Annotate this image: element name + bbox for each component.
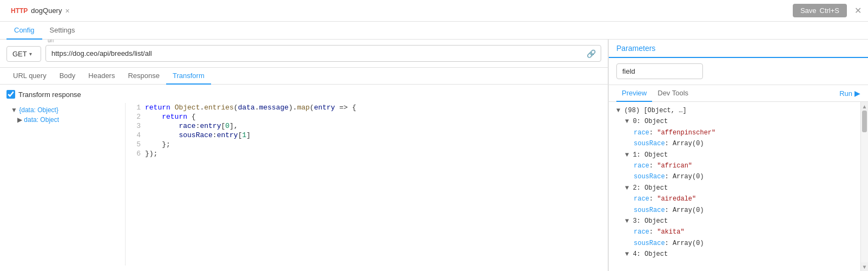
main-layout: GET ▾ url 🔗 URL query Body Headers Respo…: [0, 40, 868, 271]
scroll-up-button[interactable]: ▲: [861, 102, 868, 111]
jt-key-race-1: race: [634, 162, 649, 170]
tree-expand-root[interactable]: ▼: [11, 106, 17, 114]
line-content-4[interactable]: sousRace:entry[1]: [145, 131, 601, 140]
jt-val-race-1: "african": [657, 162, 692, 170]
jt-item-3[interactable]: ▼ 3: Object: [616, 216, 853, 227]
field-input[interactable]: [616, 63, 703, 79]
jt-item3-expand[interactable]: ▼: [625, 217, 629, 225]
json-tree: ▼ (98) [Object, …] ▼ 0: Object race: "af…: [609, 102, 860, 271]
jt-key-race-3: race: [634, 228, 649, 236]
transform-area: Transform response ▼ {data: Object} ▶ da…: [0, 85, 608, 271]
jt-key-sousrace-1: sousRace: [634, 173, 665, 180]
jt-item-1[interactable]: ▼ 1: Object: [616, 150, 853, 160]
right-panel-header: Parameters: [609, 40, 868, 58]
line-num-3: 3: [126, 121, 145, 131]
tab-label: dogQuery: [31, 7, 62, 15]
jt-root-expand[interactable]: ▼: [616, 107, 620, 114]
jt-val-race-3: "akita": [657, 228, 684, 236]
jt-val-sousrace-1: Array(0): [673, 173, 704, 180]
right-panel: Parameters Preview Dev Tools Run ▶ ▼ (98…: [608, 40, 868, 271]
top-bar: HTTP dogQuery × Save Ctrl+S ✕: [0, 0, 868, 22]
save-button[interactable]: Save Ctrl+S: [793, 4, 847, 17]
transform-check[interactable]: Transform response: [6, 90, 601, 99]
right-scrollbar[interactable]: ▲ ▼: [860, 102, 868, 271]
tab-body[interactable]: Body: [53, 68, 82, 85]
json-output-area: ▼ (98) [Object, …] ▼ 0: Object race: "af…: [609, 102, 868, 271]
transform-label: Transform response: [18, 91, 81, 99]
line-content-2[interactable]: return {: [145, 112, 601, 121]
save-shortcut: Ctrl+S: [820, 7, 839, 15]
window-close-button[interactable]: ✕: [854, 5, 862, 16]
jt-colon-0: :: [649, 129, 657, 137]
method-arrow: ▾: [29, 51, 32, 57]
tree-root[interactable]: ▼ {data: Object}: [6, 105, 125, 115]
query-tab[interactable]: HTTP dogQuery ×: [6, 4, 74, 17]
method-label: GET: [12, 50, 27, 58]
tab-url-query[interactable]: URL query: [6, 68, 53, 85]
save-label: Save: [800, 7, 817, 15]
code-line-1: 1 return Object.entries(data.message).ma…: [126, 103, 601, 112]
jt-item1-race: race: "african": [616, 160, 853, 171]
jt-item0-expand[interactable]: ▼: [625, 118, 629, 125]
method-select[interactable]: GET ▾: [6, 46, 41, 62]
run-button[interactable]: Run ▶: [839, 89, 860, 98]
jt-item-4[interactable]: ▼ 4: Object: [616, 249, 853, 260]
tab-devtools[interactable]: Dev Tools: [652, 85, 694, 102]
parameters-title: Parameters: [616, 44, 655, 53]
tab-preview[interactable]: Preview: [616, 85, 652, 102]
scroll-thumb[interactable]: [862, 111, 867, 132]
line-num-5: 5: [126, 140, 145, 149]
url-input[interactable]: [45, 45, 601, 62]
jt-val-sousrace-0: Array(0): [673, 140, 704, 147]
topbar-actions: Save Ctrl+S ✕: [793, 4, 862, 17]
jt-item3-label: 3: Object: [633, 217, 668, 225]
link-icon: 🔗: [587, 49, 596, 58]
tree-expand-data[interactable]: ▶: [17, 116, 22, 124]
jt-item0-label: 0: Object: [633, 118, 668, 125]
jt-item2-expand[interactable]: ▼: [625, 184, 629, 192]
code-line-6: 6 });: [126, 149, 601, 158]
code-line-4: 4 sousRace:entry[1]: [126, 131, 601, 140]
jt-item2-sousrace: sousRace: Array(0): [616, 205, 853, 216]
code-line-5: 5 };: [126, 140, 601, 149]
jt-val-race-0: "affenpinscher": [657, 129, 715, 137]
nav-tabs: Config Settings: [0, 22, 868, 40]
jt-val-race-2: "airedale": [657, 195, 696, 203]
tab-headers[interactable]: Headers: [82, 68, 121, 85]
line-num-6: 6: [126, 149, 145, 158]
line-content-5[interactable]: };: [145, 140, 601, 149]
tab-settings[interactable]: Settings: [42, 22, 83, 40]
jt-item2-race: race: "airedale": [616, 193, 853, 204]
tab-config[interactable]: Config: [6, 22, 42, 40]
line-content-6[interactable]: });: [145, 149, 601, 158]
code-line-3: 3 race:entry[0],: [126, 121, 601, 131]
jt-item1-expand[interactable]: ▼: [625, 151, 629, 159]
code-editor[interactable]: 1 return Object.entries(data.message).ma…: [126, 103, 601, 266]
run-label: Run: [839, 89, 852, 98]
tab-transform[interactable]: Transform: [166, 68, 211, 85]
line-content-1[interactable]: return Object.entries(data.message).map(…: [145, 103, 601, 112]
tab-close-button[interactable]: ×: [65, 7, 69, 15]
jt-colon-sr0: :: [665, 140, 673, 147]
jt-val-sousrace-2: Array(0): [673, 207, 704, 214]
preview-tabs-row: Preview Dev Tools Run ▶: [609, 85, 868, 102]
jt-item3-race: race: "akita": [616, 227, 853, 237]
jt-item4-expand[interactable]: ▼: [625, 250, 629, 258]
line-num-1: 1: [126, 103, 145, 112]
tab-response[interactable]: Response: [121, 68, 166, 85]
jt-key-race-2: race: [634, 195, 649, 203]
line-content-3[interactable]: race:entry[0],: [145, 121, 601, 131]
line-num-4: 4: [126, 131, 145, 140]
jt-item-2[interactable]: ▼ 2: Object: [616, 183, 853, 193]
jt-root[interactable]: ▼ (98) [Object, …]: [616, 105, 853, 116]
jt-item-0[interactable]: ▼ 0: Object: [616, 116, 853, 127]
field-input-wrap: [609, 58, 868, 85]
scroll-down-button[interactable]: ▼: [861, 262, 868, 271]
jt-item3-sousrace: sousRace: Array(0): [616, 238, 853, 249]
tree-data-node[interactable]: ▶ data: Object: [6, 115, 125, 125]
code-line-2: 2 return {: [126, 112, 601, 121]
code-table: 1 return Object.entries(data.message).ma…: [126, 103, 601, 158]
jt-key-sousrace-0: sousRace: [634, 140, 665, 147]
transform-checkbox[interactable]: [6, 90, 15, 99]
tree-root-label: {data: Object}: [19, 106, 58, 114]
